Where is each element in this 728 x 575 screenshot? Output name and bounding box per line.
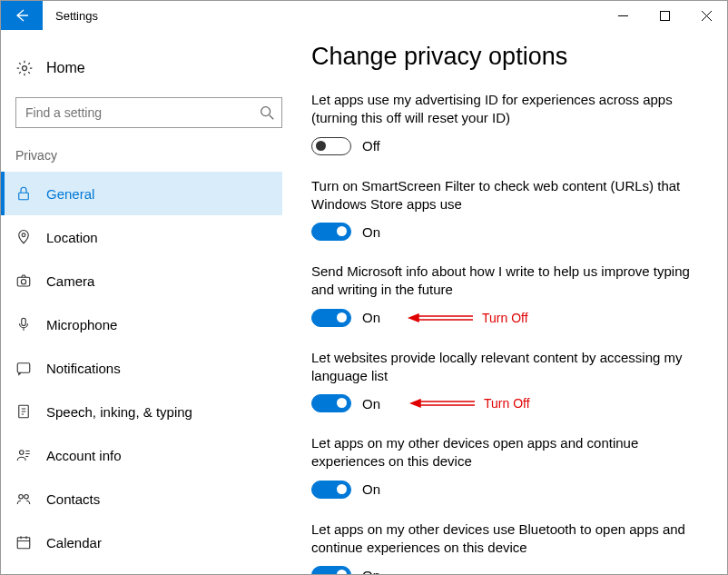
toggle-bluetooth-apps[interactable] — [311, 566, 351, 575]
maximize-icon — [660, 11, 670, 21]
svg-rect-13 — [17, 538, 30, 549]
toggle-state: On — [362, 481, 380, 497]
svg-point-10 — [20, 451, 25, 455]
speech-icon — [15, 403, 32, 420]
window-title: Settings — [43, 9, 98, 23]
svg-point-2 — [261, 107, 271, 116]
toggle-advertising-id[interactable] — [311, 137, 351, 155]
close-icon — [702, 11, 712, 21]
sidebar-item-label: Location — [46, 230, 98, 245]
toggle-language-list[interactable] — [311, 394, 351, 412]
setting-desc: Turn on SmartScreen Filter to check web … — [311, 177, 703, 214]
setting-desc: Send Microsoft info about how I write to… — [311, 263, 703, 300]
notifications-icon — [15, 360, 32, 376]
sidebar-item-calendar[interactable]: Calendar — [1, 520, 282, 564]
page-title: Change privacy options — [311, 43, 703, 71]
titlebar: Settings — [1, 1, 727, 30]
sidebar-item-contacts[interactable]: Contacts — [1, 477, 282, 520]
account-icon — [15, 447, 32, 463]
sidebar-item-label: Speech, inking, & typing — [46, 404, 192, 420]
sidebar-item-label: Calendar — [46, 535, 102, 550]
window-controls — [602, 1, 727, 30]
sidebar-item-label: Notifications — [46, 361, 121, 376]
svg-rect-0 — [660, 11, 669, 20]
home-button[interactable]: Home — [15, 48, 282, 88]
lock-icon — [15, 185, 32, 202]
annotation-turn-off-2: Turn Off — [409, 396, 530, 411]
sidebar-item-label: Contacts — [46, 491, 100, 507]
svg-point-4 — [22, 233, 25, 237]
toggle-state: On — [362, 568, 380, 576]
maximize-button[interactable] — [644, 1, 685, 30]
sidebar-item-notifications[interactable]: Notifications — [1, 346, 282, 390]
setting-other-devices-apps: Let apps on my other devices open apps a… — [311, 434, 703, 499]
toggle-other-devices-apps[interactable] — [311, 481, 351, 499]
svg-rect-5 — [17, 277, 30, 286]
sidebar: Home Privacy General Location Camera Mic… — [1, 30, 291, 575]
toggle-smartscreen[interactable] — [311, 223, 351, 241]
svg-rect-3 — [19, 193, 29, 200]
sidebar-item-label: Microphone — [46, 317, 117, 332]
camera-icon — [15, 273, 32, 289]
arrow-left-icon — [15, 8, 29, 23]
toggle-state: On — [362, 224, 380, 240]
back-button[interactable] — [1, 1, 43, 30]
setting-typing-info: Send Microsoft info about how I write to… — [311, 263, 703, 327]
sidebar-item-account[interactable]: Account info — [1, 433, 282, 477]
contacts-icon — [15, 491, 32, 507]
close-button[interactable] — [685, 1, 727, 30]
search-wrap — [15, 97, 282, 128]
toggle-state: On — [362, 310, 380, 325]
setting-desc: Let apps on my other devices open apps a… — [311, 434, 703, 471]
setting-desc: Let websites provide locally relevant co… — [311, 349, 703, 386]
sidebar-item-location[interactable]: Location — [1, 215, 282, 259]
setting-desc: Let apps use my advertising ID for exper… — [311, 91, 703, 128]
location-icon — [15, 229, 32, 245]
microphone-icon — [15, 316, 32, 332]
toggle-typing-info[interactable] — [311, 309, 351, 327]
svg-rect-8 — [17, 363, 30, 373]
sidebar-item-speech[interactable]: Speech, inking, & typing — [1, 390, 282, 433]
sidebar-item-label: Account info — [46, 448, 122, 463]
gear-icon — [15, 59, 34, 77]
sidebar-item-label: General — [46, 186, 94, 202]
minimize-button[interactable] — [602, 1, 644, 30]
sidebar-item-microphone[interactable]: Microphone — [1, 302, 282, 346]
minimize-icon — [618, 11, 628, 21]
sidebar-item-label: Camera — [46, 273, 94, 289]
toggle-state: Off — [362, 138, 380, 154]
setting-language-list: Let websites provide locally relevant co… — [311, 349, 703, 413]
home-label: Home — [46, 60, 85, 76]
svg-point-1 — [23, 66, 27, 71]
group-label: Privacy — [15, 148, 282, 163]
arrow-left-anno-icon — [409, 396, 475, 411]
content: Change privacy options Let apps use my a… — [291, 30, 727, 575]
arrow-left-anno-icon — [408, 311, 473, 325]
svg-point-12 — [25, 495, 29, 500]
annotation-turn-off-1: Turn Off — [408, 311, 528, 325]
search-input[interactable] — [15, 97, 282, 128]
calendar-icon — [15, 534, 32, 550]
setting-advertising-id: Let apps use my advertising ID for exper… — [311, 91, 703, 155]
setting-bluetooth-apps: Let apps on my other devices use Bluetoo… — [311, 520, 703, 576]
sidebar-item-camera[interactable]: Camera — [1, 259, 282, 302]
svg-point-11 — [19, 495, 24, 500]
svg-rect-7 — [22, 318, 26, 325]
setting-smartscreen: Turn on SmartScreen Filter to check web … — [311, 177, 703, 242]
toggle-state: On — [362, 396, 380, 411]
setting-desc: Let apps on my other devices use Bluetoo… — [311, 520, 703, 558]
svg-point-6 — [21, 280, 25, 284]
sidebar-item-general[interactable]: General — [1, 172, 282, 215]
search-icon — [259, 104, 275, 121]
